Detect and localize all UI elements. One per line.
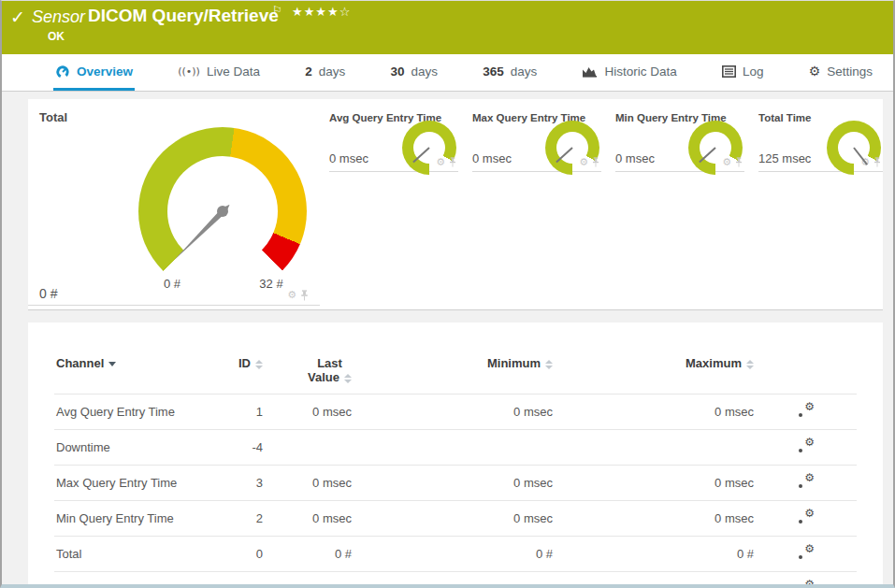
channel-last-value: 0 msec bbox=[265, 466, 354, 501]
tile-tools: ⚙ bbox=[287, 289, 309, 301]
gauge-needle bbox=[699, 147, 715, 163]
channel-id: -4 bbox=[218, 430, 265, 466]
gauge-scale-min: 0 # bbox=[149, 277, 195, 291]
gauge-tile-min-query-entry-time[interactable]: Min Query Entry Time 0 msec ⚙ bbox=[615, 107, 744, 172]
table-row-min-query-entry-time[interactable]: Min Query Entry Time 2 0 msec 0 msec 0 m… bbox=[54, 501, 857, 537]
channel-settings-icon[interactable]: ⚙ bbox=[798, 509, 815, 524]
tab-settings[interactable]: ⚙ Settings bbox=[807, 54, 874, 91]
table-row-downtime[interactable]: Downtime -4 ⚙ bbox=[54, 430, 857, 466]
channel-last-value: 0 msec bbox=[265, 501, 354, 537]
star-empty[interactable]: ☆ bbox=[339, 5, 352, 19]
tab-label: days bbox=[411, 65, 438, 79]
gauge-needle bbox=[412, 147, 429, 163]
channel-minimum: -63,724,704,874,641 msec bbox=[354, 572, 555, 588]
channel-settings-icon[interactable]: ⚙ bbox=[798, 581, 815, 588]
gauges-panel: Total 0 # 32 # 0 # ⚙ Avg Query bbox=[28, 99, 883, 310]
channel-maximum: 0 msec bbox=[555, 466, 756, 501]
channel-name: Avg Query Entry Time bbox=[54, 394, 218, 430]
sensor-title: DICOM Query/Retrieve bbox=[88, 6, 279, 26]
sorted-desc-icon bbox=[108, 362, 116, 366]
gauge-needle bbox=[556, 147, 572, 163]
gear-icon: ⚙ bbox=[809, 64, 821, 79]
table-header-row: Channel ID LastValue Minimum Maximum bbox=[54, 351, 857, 394]
priority-stars[interactable]: ★★★★☆ bbox=[292, 5, 351, 19]
column-header-minimum[interactable]: Minimum bbox=[354, 351, 555, 394]
tab-number: 2 bbox=[305, 65, 312, 79]
channel-settings-icon[interactable]: ⚙ bbox=[798, 438, 815, 453]
gauge-tile-max-query-entry-time[interactable]: Max Query Entry Time 0 msec ⚙ bbox=[472, 107, 601, 172]
area-chart-icon bbox=[582, 65, 598, 79]
status-badge: OK bbox=[48, 30, 65, 43]
channel-id: 2 bbox=[218, 501, 265, 537]
channel-last-value: 125 msec bbox=[265, 572, 354, 588]
table-row-max-query-entry-time[interactable]: Max Query Entry Time 3 0 msec 0 msec 0 m… bbox=[54, 466, 857, 501]
channel-minimum: 0 msec bbox=[354, 394, 555, 430]
gear-icon[interactable]: ⚙ bbox=[722, 156, 731, 168]
column-label: Minimum bbox=[487, 356, 541, 370]
gear-icon[interactable]: ⚙ bbox=[579, 156, 588, 168]
pin-icon[interactable] bbox=[873, 157, 881, 167]
tab-2-days[interactable]: 2 days bbox=[303, 54, 347, 91]
gauge-value: 0 msec bbox=[329, 151, 368, 165]
tab-number: 365 bbox=[483, 65, 504, 79]
table-row-total-time[interactable]: Total Time 4 125 msec -63,724,704,874,64… bbox=[54, 572, 857, 588]
pin-icon[interactable] bbox=[300, 290, 309, 301]
gear-icon[interactable]: ⚙ bbox=[287, 289, 296, 301]
channel-name: Max Query Entry Time bbox=[54, 466, 218, 501]
table-row-avg-query-entry-time[interactable]: Avg Query Entry Time 1 0 msec 0 msec 0 m… bbox=[54, 394, 857, 430]
column-label: Channel bbox=[56, 356, 104, 370]
column-header-channel[interactable]: Channel bbox=[54, 351, 218, 394]
column-label: LastValue bbox=[308, 356, 352, 384]
gauge-value: 0 msec bbox=[472, 151, 512, 165]
gauge-tile-total[interactable]: Total 0 # 32 # 0 # ⚙ bbox=[28, 99, 320, 306]
gauge-title: Total bbox=[39, 110, 67, 124]
column-label: ID bbox=[238, 356, 251, 370]
channel-last-value: 0 msec bbox=[265, 394, 354, 430]
flag-icon[interactable]: ⚐ bbox=[272, 4, 282, 17]
gauge-value: 125 msec bbox=[758, 151, 811, 165]
column-header-id[interactable]: ID bbox=[218, 351, 265, 394]
gauge-tile-avg-query-entry-time[interactable]: Avg Query Entry Time 0 msec ⚙ bbox=[329, 107, 458, 172]
pin-icon[interactable] bbox=[592, 157, 599, 167]
channel-maximum: 0 msec bbox=[555, 394, 756, 430]
tab-live-data[interactable]: ((•)) Live Data bbox=[176, 54, 262, 91]
gear-icon[interactable]: ⚙ bbox=[436, 156, 445, 168]
sensor-status-header: ✓ Sensor DICOM Query/Retrieve ⚐ ★★★★☆ OK bbox=[2, 1, 893, 54]
gauge-value: 0 msec bbox=[615, 151, 655, 165]
tab-log[interactable]: Log bbox=[720, 54, 766, 91]
channel-id: 1 bbox=[218, 394, 265, 430]
tab-label: Historic Data bbox=[604, 65, 676, 79]
channel-maximum: 44,688 msec bbox=[555, 572, 756, 588]
stars-filled[interactable]: ★★★★ bbox=[292, 5, 339, 19]
channel-name: Min Query Entry Time bbox=[54, 501, 218, 537]
column-header-last-value[interactable]: LastValue bbox=[265, 351, 354, 394]
tab-overview[interactable]: Overview bbox=[53, 54, 135, 91]
overview-content: Total 0 # 32 # 0 # ⚙ Avg Query bbox=[2, 92, 893, 585]
channel-minimum: 0 # bbox=[354, 537, 555, 572]
channel-maximum: 0 # bbox=[555, 537, 756, 572]
pin-icon[interactable] bbox=[735, 157, 743, 167]
channel-id: 4 bbox=[218, 572, 265, 588]
table-row-total[interactable]: Total 0 0 # 0 # 0 # ⚙ bbox=[54, 537, 857, 572]
gauge-tile-total-time[interactable]: Total Time 125 msec ⚙ bbox=[758, 107, 883, 172]
live-data-icon: ((•)) bbox=[178, 65, 200, 78]
tab-30-days[interactable]: 30 days bbox=[388, 54, 440, 91]
column-header-actions bbox=[756, 351, 857, 394]
tab-label: days bbox=[511, 65, 538, 79]
channel-settings-icon[interactable]: ⚙ bbox=[798, 474, 815, 489]
channel-minimum bbox=[354, 430, 555, 466]
channel-settings-icon[interactable]: ⚙ bbox=[798, 403, 815, 418]
channel-settings-icon[interactable]: ⚙ bbox=[798, 545, 815, 560]
tab-historic-data[interactable]: Historic Data bbox=[580, 54, 678, 91]
column-header-maximum[interactable]: Maximum bbox=[555, 351, 756, 394]
channel-id: 0 bbox=[218, 537, 265, 572]
pin-icon[interactable] bbox=[449, 157, 456, 167]
channel-id: 3 bbox=[218, 466, 265, 501]
tab-365-days[interactable]: 365 days bbox=[481, 54, 539, 91]
tab-number: 30 bbox=[390, 65, 404, 79]
gauge-value: 0 # bbox=[39, 286, 57, 301]
tab-label: Settings bbox=[827, 65, 873, 79]
tile-tools: ⚙ bbox=[436, 156, 456, 168]
sort-icon bbox=[344, 374, 352, 383]
log-icon bbox=[722, 65, 736, 78]
